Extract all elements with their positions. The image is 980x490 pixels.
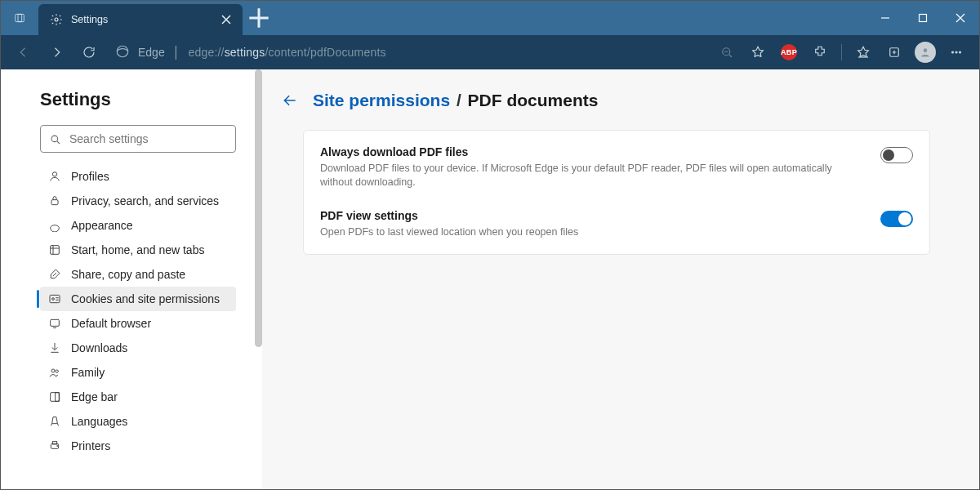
sidebar-item-label: Privacy, search, and services (71, 194, 219, 207)
sidebar-item-icon (48, 243, 61, 256)
svg-rect-17 (51, 319, 60, 326)
sidebar-heading: Settings (40, 89, 249, 110)
setting-title: PDF view settings (320, 209, 866, 222)
svg-rect-3 (920, 15, 927, 22)
setting-description: Open PDFs to last viewed location when y… (320, 225, 866, 239)
maximize-button[interactable] (904, 1, 942, 35)
sidebar-item[interactable]: Downloads (40, 336, 236, 360)
edge-icon (115, 44, 130, 61)
sidebar-item-label: Languages (71, 415, 127, 428)
url-text: edge://settings/content/pdfDocuments (188, 46, 385, 59)
titlebar-spacer (275, 1, 866, 35)
gear-icon (50, 13, 63, 26)
sidebar-scrollbar[interactable] (255, 69, 262, 347)
refresh-button[interactable] (74, 38, 104, 67)
sidebar-item-icon (48, 219, 61, 232)
tab-close-button[interactable] (218, 11, 234, 28)
adblock-icon[interactable]: ABP (774, 38, 804, 67)
breadcrumb-current: PDF documents (468, 91, 599, 109)
sidebar-item-label: Printers (71, 439, 110, 452)
sidebar-item-label: Profiles (71, 170, 109, 183)
settings-card: Always download PDF filesDownload PDF fi… (303, 130, 930, 255)
sidebar-item[interactable]: Printers (40, 434, 236, 458)
sidebar-item-label: Appearance (71, 219, 133, 232)
favorite-icon[interactable] (743, 38, 773, 67)
setting-row: Always download PDF filesDownload PDF fi… (304, 136, 929, 199)
settings-search[interactable] (40, 125, 236, 153)
sidebar-item[interactable]: Languages (40, 409, 236, 434)
sidebar-item[interactable]: Privacy, search, and services (40, 189, 236, 213)
extensions-icon[interactable] (805, 38, 835, 67)
breadcrumb-parent-link[interactable]: Site permissions (313, 91, 450, 109)
main-panel: Site permissions / PDF documents Always … (262, 69, 979, 489)
collections-icon[interactable] (880, 38, 909, 67)
avatar-icon (915, 42, 936, 63)
tab-actions-button[interactable] (1, 1, 38, 35)
address-bar[interactable]: Edge │ edge://settings/content/pdfDocume… (107, 38, 709, 66)
addr-separator: │ (173, 46, 180, 59)
url-bold: settings (225, 46, 265, 59)
setting-row: PDF view settingsOpen PDFs to last viewe… (304, 199, 929, 249)
profile-avatar[interactable] (911, 38, 940, 67)
svg-point-8 (952, 51, 954, 53)
sidebar-nav: ProfilesPrivacy, search, and servicesApp… (40, 164, 236, 458)
svg-rect-1 (18, 14, 24, 21)
sidebar-item[interactable]: Share, copy and paste (40, 262, 236, 287)
setting-toggle[interactable] (880, 211, 913, 227)
toggle-knob (883, 149, 894, 161)
minimize-button[interactable] (866, 1, 904, 35)
sidebar-item[interactable]: Family (40, 360, 236, 385)
sidebar-item-icon (48, 415, 61, 428)
sidebar-item-icon (48, 366, 61, 379)
sidebar-item[interactable]: Start, home, and new tabs (40, 238, 236, 262)
url-prefix: edge:// (188, 46, 224, 59)
zoom-icon[interactable] (712, 38, 742, 67)
scheme-label: Edge (138, 46, 165, 59)
sidebar: Settings ProfilesPrivacy, search, and se… (1, 69, 262, 489)
favorites-bar-icon[interactable] (849, 38, 878, 67)
tab-title: Settings (71, 14, 210, 25)
svg-point-7 (923, 48, 928, 53)
sidebar-item-label: Downloads (71, 341, 127, 354)
setting-text: PDF view settingsOpen PDFs to last viewe… (320, 209, 866, 239)
toggle-knob (898, 212, 911, 225)
svg-rect-20 (51, 393, 60, 402)
sidebar-item-label: Start, home, and new tabs (71, 243, 204, 256)
sidebar-item-label: Cookies and site permissions (71, 292, 220, 305)
toolbar-divider (841, 44, 842, 60)
svg-rect-13 (51, 200, 58, 205)
setting-title: Always download PDF files (320, 145, 866, 158)
sidebar-item-label: Family (71, 366, 105, 379)
sidebar-item-icon (48, 439, 61, 452)
search-icon (49, 133, 61, 145)
url-suffix: /content/pdfDocuments (265, 46, 386, 59)
svg-point-19 (56, 370, 58, 372)
breadcrumb-row: Site permissions / PDF documents (278, 89, 930, 112)
nav-forward-button[interactable] (42, 38, 71, 67)
svg-point-11 (51, 136, 58, 142)
svg-rect-0 (16, 14, 22, 21)
titlebar: Settings (1, 1, 979, 35)
sidebar-item[interactable]: Edge bar (40, 385, 236, 409)
close-window-button[interactable] (942, 1, 979, 35)
svg-point-10 (960, 51, 961, 53)
setting-description: Download PDF files to your device. If Mi… (320, 162, 866, 189)
more-menu-button[interactable] (942, 38, 971, 67)
breadcrumb-back-button[interactable] (278, 89, 301, 112)
sidebar-item-label: Default browser (71, 317, 151, 330)
nav-back-button[interactable] (9, 38, 38, 67)
new-tab-button[interactable] (243, 1, 275, 35)
setting-toggle[interactable] (880, 147, 913, 163)
svg-rect-15 (50, 295, 60, 302)
svg-point-9 (956, 51, 957, 53)
browser-tab[interactable]: Settings (38, 4, 243, 35)
svg-point-4 (117, 46, 128, 57)
sidebar-item-icon (48, 390, 61, 403)
sidebar-item[interactable]: Default browser (40, 311, 236, 336)
svg-rect-14 (51, 246, 60, 255)
sidebar-item[interactable]: Profiles (40, 164, 236, 189)
sidebar-item[interactable]: Appearance (40, 213, 236, 238)
svg-point-24 (57, 445, 58, 446)
settings-search-input[interactable] (69, 132, 227, 145)
sidebar-item[interactable]: Cookies and site permissions (40, 287, 236, 311)
